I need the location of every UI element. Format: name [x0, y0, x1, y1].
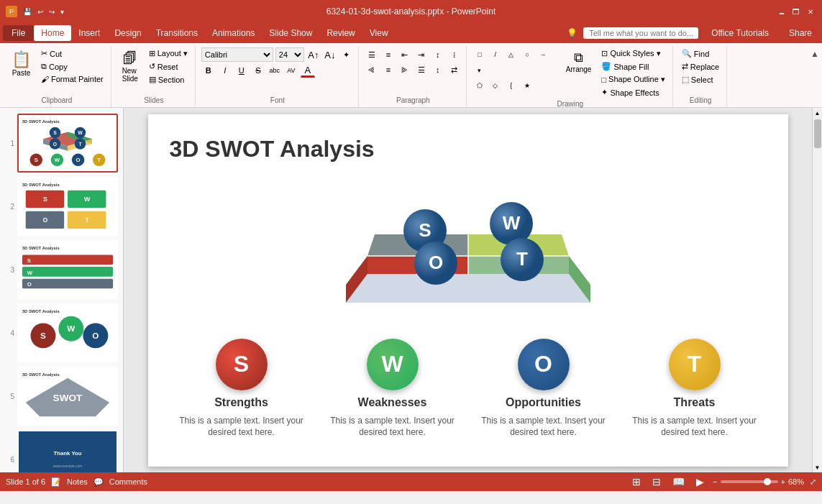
- shape-arrow-icon[interactable]: →: [536, 47, 550, 62]
- underline-btn[interactable]: U: [234, 63, 249, 78]
- fit-window-btn[interactable]: ⤢: [810, 477, 816, 487]
- shape-fill-btn[interactable]: 🪣 Shape Fill: [598, 60, 667, 73]
- status-left: Slide 1 of 6 📝 Notes 💬 Comments: [6, 477, 147, 487]
- shape-more-icon[interactable]: ▾: [472, 63, 487, 78]
- shape-outline-btn[interactable]: □ Shape Outline ▾: [598, 73, 667, 86]
- quick-styles-btn[interactable]: ⊡ Quick Styles ▾: [598, 47, 667, 60]
- help-search[interactable]: [583, 27, 698, 39]
- slide-canvas[interactable]: 3D SWOT Analysis: [148, 114, 788, 467]
- shape-star-icon[interactable]: ★: [520, 78, 534, 93]
- slide-preview-2[interactable]: 3D SWOT Analysis S W O T: [17, 177, 118, 236]
- align-left-btn[interactable]: ⫷: [365, 63, 379, 77]
- menu-design[interactable]: Design: [107, 25, 148, 41]
- section-btn[interactable]: ▤ Section: [146, 73, 191, 86]
- menu-home[interactable]: Home: [34, 25, 71, 41]
- menu-slideshow[interactable]: Slide Show: [262, 25, 319, 41]
- copy-btn[interactable]: ⧉ Copy: [38, 60, 106, 73]
- shape-diamond-icon[interactable]: ◇: [488, 78, 503, 93]
- bold-btn[interactable]: B: [201, 63, 216, 78]
- slide-preview-6[interactable]: Thank You www.example.com: [17, 430, 118, 472]
- maximize-btn[interactable]: 🗖: [790, 6, 802, 17]
- menu-animations[interactable]: Animations: [205, 25, 262, 41]
- new-slide-btn[interactable]: 🗐 NewSlide: [117, 47, 143, 86]
- font-name-select[interactable]: Calibri: [201, 47, 273, 62]
- replace-btn[interactable]: ⇄ Replace: [679, 60, 722, 73]
- shape-pentagon-icon[interactable]: ⬠: [472, 78, 487, 93]
- shape-effects-btn[interactable]: ✦ Shape Effects: [598, 86, 667, 98]
- menu-transitions[interactable]: Transitions: [149, 25, 205, 41]
- menu-insert[interactable]: Insert: [71, 25, 107, 41]
- convert-btn[interactable]: ⇄: [447, 63, 462, 77]
- slide-preview-3[interactable]: 3D SWOT Analysis S W O: [17, 240, 118, 299]
- font-size-select[interactable]: 24: [275, 47, 304, 62]
- cut-btn[interactable]: ✂ Cut: [38, 47, 106, 60]
- direction-btn[interactable]: ↕: [431, 47, 445, 62]
- zoom-slider[interactable]: [721, 480, 778, 483]
- comments-btn[interactable]: Comments: [109, 477, 147, 486]
- slide-thumb-4[interactable]: 4 3D SWOT Analysis S W O: [3, 303, 120, 362]
- decrease-indent-btn[interactable]: ⇤: [398, 47, 412, 62]
- normal-view-btn[interactable]: ⊞: [629, 475, 644, 489]
- redo-btn[interactable]: ↪: [47, 6, 56, 17]
- section-icon: ▤: [149, 75, 156, 84]
- slide-thumb-6[interactable]: 6 Thank You www.example.com: [3, 430, 120, 472]
- shape-line-icon[interactable]: /: [488, 47, 503, 62]
- slide-thumb-3[interactable]: 3 3D SWOT Analysis S W O: [3, 240, 120, 299]
- increase-indent-btn[interactable]: ⇥: [414, 47, 429, 62]
- clear-format-btn[interactable]: ✦: [339, 47, 354, 62]
- scroll-down-btn[interactable]: ▼: [813, 462, 823, 472]
- close-btn[interactable]: ✕: [805, 6, 816, 17]
- slide-sorter-btn[interactable]: ⊟: [649, 475, 664, 489]
- slide-thumb-2[interactable]: 2 3D SWOT Analysis S W O T: [3, 177, 120, 236]
- office-tutorials-btn[interactable]: Office Tutorials: [704, 25, 776, 41]
- slide-preview-1[interactable]: 3D SWOT Analysis S W O T S W O T: [17, 114, 118, 173]
- shape-circle-icon[interactable]: ○: [520, 47, 534, 62]
- shadow-btn[interactable]: abc: [268, 63, 282, 78]
- shape-triangle-icon[interactable]: △: [504, 47, 519, 62]
- char-spacing-btn[interactable]: AV: [284, 63, 298, 78]
- shapes-grid-2: ⬠ ◇ { ★: [472, 78, 559, 93]
- save-btn[interactable]: 💾: [22, 6, 33, 17]
- menu-view[interactable]: View: [362, 25, 396, 41]
- svg-text:S: S: [419, 219, 431, 241]
- ribbon-collapse-btn[interactable]: ▲: [810, 49, 819, 59]
- line-spacing-btn[interactable]: ↕: [431, 63, 445, 77]
- font-color-btn[interactable]: A: [301, 63, 315, 78]
- shape-rect-icon[interactable]: □: [472, 47, 487, 62]
- notes-btn[interactable]: Notes: [67, 477, 88, 486]
- justify-btn[interactable]: ☰: [414, 63, 429, 77]
- scroll-up-btn[interactable]: ▲: [813, 108, 823, 118]
- find-btn[interactable]: 🔍 Find: [679, 47, 722, 60]
- columns-btn[interactable]: ⫶: [447, 47, 462, 62]
- align-right-btn[interactable]: ⫸: [398, 63, 412, 77]
- align-center-btn[interactable]: ≡: [381, 63, 396, 77]
- format-painter-btn[interactable]: 🖌 Format Painter: [38, 73, 106, 85]
- slide-preview-5[interactable]: 3D SWOT Analysis SWOT: [17, 367, 118, 426]
- select-btn[interactable]: ⬚ Select: [679, 73, 722, 86]
- customize-btn[interactable]: ▾: [59, 6, 65, 17]
- zoom-in-btn[interactable]: +: [781, 477, 785, 486]
- reset-btn[interactable]: ↺ Reset: [146, 60, 191, 73]
- minimize-btn[interactable]: 🗕: [776, 6, 787, 17]
- undo-btn[interactable]: ↩: [36, 6, 45, 17]
- slideshow-view-btn[interactable]: ▶: [693, 475, 707, 489]
- strikethrough-btn[interactable]: S: [251, 63, 265, 78]
- numbering-btn[interactable]: ≡: [381, 47, 396, 62]
- zoom-out-btn[interactable]: −: [713, 477, 717, 486]
- increase-size-btn[interactable]: A↑: [306, 47, 321, 62]
- layout-btn[interactable]: ⊞ Layout ▾: [146, 47, 191, 60]
- menu-review[interactable]: Review: [319, 25, 362, 41]
- decrease-size-btn[interactable]: A↓: [323, 47, 337, 62]
- italic-btn[interactable]: I: [218, 63, 232, 78]
- reading-view-btn[interactable]: 📖: [670, 475, 688, 489]
- slide-thumb-1[interactable]: 1 3D SWOT Analysis S W O T S: [3, 114, 120, 173]
- scroll-thumb[interactable]: [814, 119, 821, 148]
- shape-brace-icon[interactable]: {: [504, 78, 519, 93]
- share-btn[interactable]: Share: [782, 25, 819, 41]
- paste-btn[interactable]: 📋 Paste: [7, 47, 35, 80]
- arrange-btn[interactable]: ⧉ Arrange: [562, 47, 596, 76]
- slide-thumb-5[interactable]: 5 3D SWOT Analysis SWOT: [3, 367, 120, 426]
- slide-preview-4[interactable]: 3D SWOT Analysis S W O: [17, 303, 118, 362]
- menu-file[interactable]: File: [3, 25, 34, 41]
- bullets-btn[interactable]: ☰: [365, 47, 379, 62]
